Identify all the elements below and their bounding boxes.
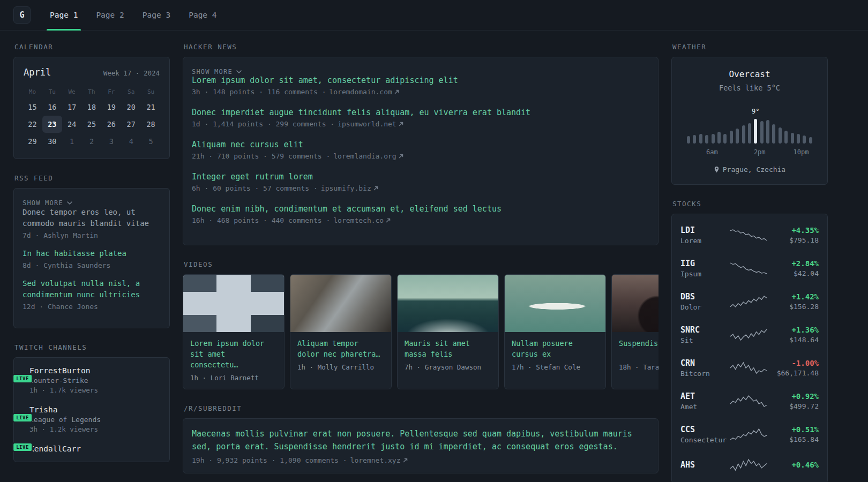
hn-title-link[interactable]: Donec imperdiet augue tincidunt felis al…	[192, 108, 649, 118]
rss-item: Sed volutpat nulla nisl, a condimentum n…	[23, 278, 161, 311]
calendar-day[interactable]: 21	[141, 99, 161, 116]
hn-domain-link[interactable]: loremtech.co	[333, 216, 391, 224]
stock-row[interactable]: DBS Dolor +1.42% $156.28	[680, 285, 819, 318]
stock-symbol: LDI	[680, 225, 730, 235]
weather-feels-like: Feels like 5°C	[682, 84, 818, 92]
subreddit-domain-link[interactable]: loremnet.xyz	[350, 456, 408, 464]
calendar-day[interactable]: 22	[23, 116, 42, 133]
rss-item-link[interactable]: In hac habitasse platea	[23, 248, 161, 259]
sparkline-chart	[730, 458, 767, 472]
video-title: Aliquam tempor dolor nec pharetra…	[297, 338, 384, 359]
section-title-stocks: STOCKS	[672, 200, 828, 208]
stock-identity: AET Amet	[680, 391, 730, 411]
hn-meta-text: 3h · 148 points · 116 comments ·	[192, 88, 326, 96]
chevron-down-icon	[67, 201, 72, 205]
stock-price: $42.04	[767, 269, 819, 277]
video-thumbnail	[505, 275, 605, 332]
hn-title-link[interactable]: Lorem ipsum dolor sit amet, consectetur …	[192, 76, 649, 86]
video-card[interactable]: Lorem ipsum dolor sit amet consectetu… 1…	[183, 274, 285, 389]
stock-price: $66,171.48	[767, 369, 819, 377]
calendar-day[interactable]: 23	[42, 116, 62, 133]
hn-domain-link[interactable]: ipsumworld.net	[338, 120, 403, 128]
calendar-day[interactable]: 3	[101, 133, 121, 150]
stock-sparkline	[730, 261, 767, 275]
hn-show-more-button[interactable]: SHOW MORE	[192, 68, 242, 76]
page-tab[interactable]: Page 1	[47, 0, 81, 30]
weather-hour-bar	[742, 125, 745, 144]
calendar-day[interactable]: 18	[82, 99, 102, 116]
stock-row[interactable]: LDI Lorem +4.35% $795.18	[680, 219, 819, 252]
weather-hour-bar	[730, 131, 733, 144]
hn-domain-link[interactable]: ipsumify.biz	[321, 184, 378, 192]
stock-change: +0.51%	[767, 425, 819, 434]
calendar-day[interactable]: 26	[101, 116, 121, 133]
top-bar: G Page 1 Page 2 Page 3 Page 4	[0, 0, 868, 31]
calendar-day[interactable]: 27	[121, 116, 141, 133]
video-meta: 17h · Stefan Cole	[512, 363, 598, 371]
hn-title-link[interactable]: Integer eget rutrum lorem	[192, 172, 649, 182]
stock-change: +0.92%	[767, 392, 819, 401]
rss-item-meta: 8d · Cynthia Saunders	[23, 261, 161, 269]
rss-item: Donec tempor eros leo, ut commodo mauris…	[23, 207, 161, 239]
app-logo[interactable]: G	[13, 6, 31, 24]
stock-change: +2.84%	[767, 259, 819, 268]
calendar-day[interactable]: 17	[62, 99, 82, 116]
stock-row[interactable]: AHS +0.46%	[680, 451, 819, 479]
stock-row[interactable]: CRN Bitcorn -1.00% $66,171.48	[680, 351, 819, 385]
hn-domain-text: ipsumify.biz	[321, 184, 371, 192]
hn-item: Lorem ipsum dolor sit amet, consectetur …	[192, 76, 649, 96]
stock-name: Sit	[680, 336, 730, 344]
page-tab[interactable]: Page 3	[139, 0, 174, 30]
calendar-day[interactable]: 4	[121, 133, 141, 150]
calendar-day[interactable]: 15	[23, 99, 42, 116]
calendar-day[interactable]: 2	[82, 133, 102, 150]
page-tab[interactable]: Page 2	[93, 0, 127, 30]
video-card[interactable]: Mauris sit amet massa felis 7h · Grayson…	[397, 274, 499, 389]
video-card[interactable]: Aliquam tempor dolor nec pharetra… 1h · …	[290, 274, 392, 389]
calendar-day[interactable]: 28	[141, 116, 161, 133]
hn-item-meta: 3h · 148 points · 116 comments · loremdo…	[192, 88, 649, 96]
twitch-channel-row[interactable]: LIVE KendallCarr	[23, 445, 161, 453]
rss-show-more-button[interactable]: SHOW MORE	[23, 199, 72, 207]
stock-identity: LDI Lorem	[680, 225, 730, 245]
stock-row[interactable]: CCS Consectetur +0.51% $165.84	[680, 418, 819, 451]
page-tab[interactable]: Page 4	[185, 0, 220, 30]
video-title: Lorem ipsum dolor sit amet consectetu…	[190, 338, 277, 370]
right-column: WEATHER Overcast Feels like 5°C	[671, 43, 828, 482]
hn-title-link[interactable]: Aliquam nec cursus elit	[192, 140, 649, 150]
rss-card: SHOW MORE Donec tempor eros leo, ut comm…	[13, 188, 170, 328]
twitch-channel-meta: 1h · 1.7k viewers	[29, 386, 98, 394]
twitch-channel-row[interactable]: LIVE Trisha League of Legends 3h · 1.2k …	[23, 405, 161, 433]
calendar-day[interactable]: 20	[121, 99, 141, 116]
location-pin-icon	[714, 166, 720, 173]
twitch-channel-game: Counter-Strike	[29, 376, 98, 385]
twitch-channel-row[interactable]: LIVE ForrestBurton Counter-Strike 1h · 1…	[23, 366, 161, 394]
calendar-day[interactable]: 5	[141, 133, 161, 150]
live-badge: LIVE	[12, 374, 33, 383]
stocks-widget: STOCKS LDI Lorem +4.35% $795.1	[671, 200, 828, 482]
hn-domain-link[interactable]: loremdomain.com	[329, 88, 399, 96]
stock-row[interactable]: AET Amet +0.92% $499.72	[680, 385, 819, 418]
calendar-day[interactable]: 16	[42, 99, 62, 116]
calendar-day[interactable]: 1	[62, 133, 82, 150]
hn-item-meta: 1d · 1,414 points · 299 comments · ipsum…	[192, 120, 649, 128]
calendar-day[interactable]: 30	[42, 133, 62, 150]
calendar-day[interactable]: 29	[23, 133, 42, 150]
calendar-day[interactable]: 19	[101, 99, 121, 116]
calendar-day[interactable]: 24	[62, 116, 82, 133]
rss-item-link[interactable]: Donec tempor eros leo, ut commodo mauris…	[23, 207, 161, 229]
calendar-days-grid: 15 16 17 18 19 20 21 22	[23, 99, 161, 150]
calendar-day[interactable]: 25	[82, 116, 102, 133]
hn-domain-link[interactable]: loremlandia.org	[333, 152, 403, 160]
video-card[interactable]: Suspendisse diam 18h · Tara	[611, 274, 659, 389]
stock-price: $148.64	[767, 336, 819, 344]
hn-title-link[interactable]: Donec enim nibh, condimentum et accumsan…	[192, 204, 649, 214]
stock-row[interactable]: IIG Ipsum +2.84% $42.04	[680, 252, 819, 285]
hn-meta-text: 16h · 468 points · 440 comments ·	[192, 216, 330, 224]
stock-row[interactable]: SNRC Sit +1.36% $148.64	[680, 318, 819, 351]
video-card[interactable]: Nullam posuere cursus ex 17h · Stefan Co…	[504, 274, 606, 389]
stock-name: Ipsum	[680, 270, 730, 278]
rss-item-link[interactable]: Sed volutpat nulla nisl, a condimentum n…	[23, 278, 161, 300]
external-link-icon	[394, 89, 399, 94]
subreddit-post-link[interactable]: Maecenas mollis pulvinar erat non posuer…	[192, 427, 649, 453]
